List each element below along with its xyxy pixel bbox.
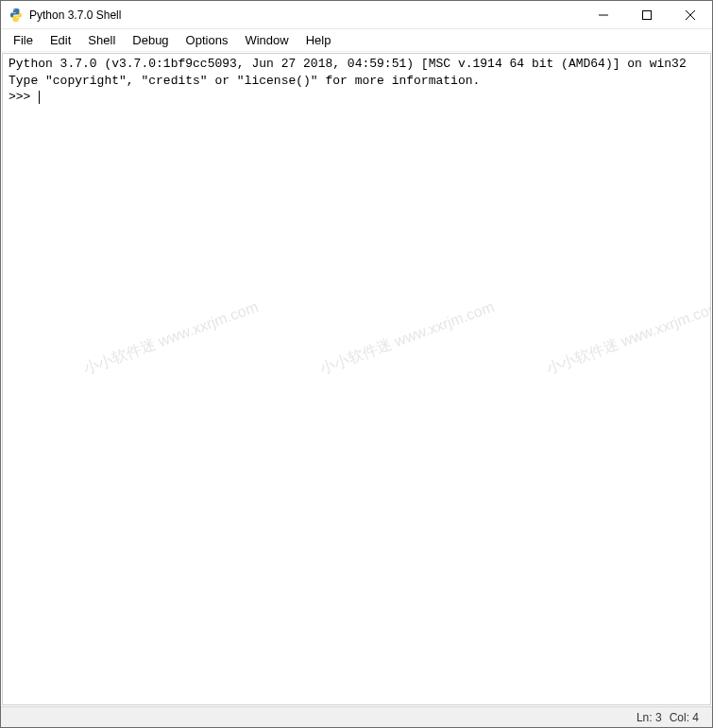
menubar: File Edit Shell Debug Options Window Hel… [1, 29, 712, 52]
watermark: 小小软件迷 www.xxrjm.com [543, 296, 711, 379]
status-col: Col: 4 [666, 711, 703, 724]
watermark: 小小软件迷 www.xxrjm.com [80, 296, 261, 379]
menu-help[interactable]: Help [297, 31, 340, 49]
menu-file[interactable]: File [5, 31, 42, 49]
text-cursor-icon [39, 91, 40, 104]
maximize-button[interactable] [625, 1, 669, 28]
menu-window[interactable]: Window [236, 31, 297, 49]
window-controls [582, 1, 712, 28]
shell-banner-line2: Type "copyright", "credits" or "license(… [8, 73, 705, 90]
svg-point-1 [17, 19, 18, 20]
window-title: Python 3.7.0 Shell [29, 8, 582, 22]
prompt-line: >>> [8, 90, 40, 104]
shell-content[interactable]: Python 3.7.0 (v3.7.0:1bf9cc5093, Jun 27 … [2, 53, 711, 705]
app-window: Python 3.7.0 Shell File Edit Shell Debug… [0, 0, 713, 728]
shell-banner-line1: Python 3.7.0 (v3.7.0:1bf9cc5093, Jun 27 … [8, 56, 705, 73]
menu-shell[interactable]: Shell [79, 31, 124, 49]
svg-point-0 [13, 8, 14, 9]
svg-rect-3 [643, 10, 652, 19]
menu-options[interactable]: Options [178, 31, 237, 49]
menu-edit[interactable]: Edit [42, 31, 79, 49]
close-button[interactable] [669, 1, 712, 28]
menu-debug[interactable]: Debug [124, 31, 177, 49]
titlebar: Python 3.7.0 Shell [1, 1, 712, 29]
minimize-button[interactable] [582, 1, 625, 28]
status-line: Ln: 3 [633, 711, 666, 724]
statusbar: Ln: 3 Col: 4 [1, 706, 712, 727]
watermark: 小小软件迷 www.xxrjm.com [316, 296, 497, 379]
python-icon [8, 8, 24, 23]
shell-prompt: >>> [8, 90, 38, 104]
